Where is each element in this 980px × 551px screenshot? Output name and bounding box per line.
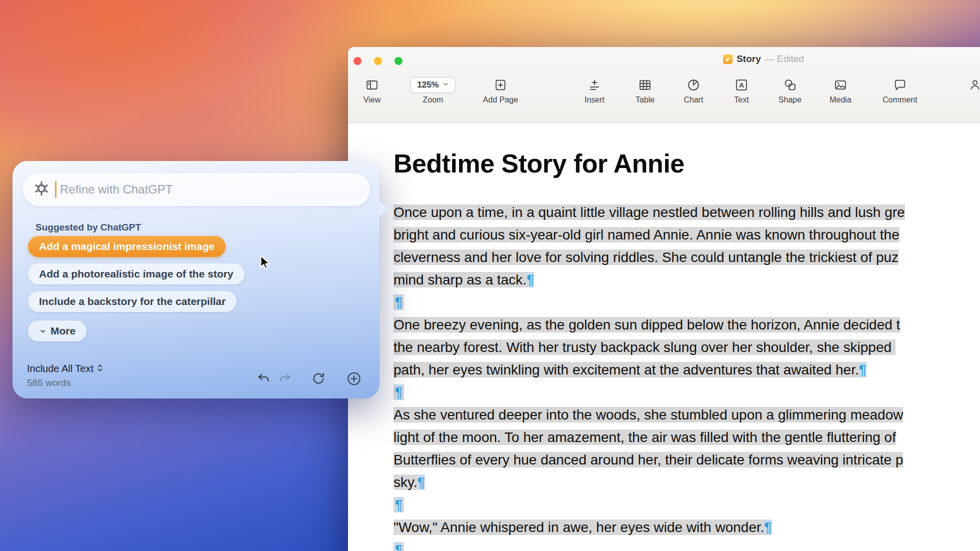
- toolbar-collaborate-partial[interactable]: [945, 77, 980, 93]
- selected-text: cleverness and her love for solving ridd…: [394, 250, 898, 265]
- toolbar-zoom[interactable]: 125% Zoom: [403, 77, 463, 104]
- text-line[interactable]: light of the moon. To her amazement, the…: [394, 426, 980, 448]
- suggestion-pill-3[interactable]: Include a backstory for the caterpillar: [28, 291, 236, 312]
- chevron-down-icon: [442, 80, 449, 90]
- text-line[interactable]: Butterflies of every hue danced around h…: [394, 448, 980, 471]
- desktop: { "colors":{ "accent_orange":"#F09A2D", …: [0, 0, 980, 551]
- view-icon: [365, 77, 379, 93]
- selected-text: Butterflies of every hue danced around h…: [394, 452, 903, 468]
- text-line[interactable]: cleverness and her love for solving ridd…: [394, 246, 980, 268]
- pilcrow-mark: ¶: [395, 542, 402, 551]
- text-line[interactable]: Once upon a time, in a quaint little vil…: [394, 201, 980, 224]
- selected-text: bright and curious six-year-old girl nam…: [394, 227, 900, 242]
- selected-text: mind sharp as a tack.¶: [394, 272, 534, 288]
- svg-text:A: A: [739, 82, 744, 89]
- word-count: 585 words: [27, 378, 104, 388]
- redo-button[interactable]: [277, 370, 293, 386]
- text-caret: [55, 181, 56, 198]
- suggestion-pill-1[interactable]: Add a magical impressionist image: [28, 236, 226, 257]
- pilcrow-mark: ¶: [395, 294, 402, 310]
- refine-input-placeholder: Refine with ChatGPT: [60, 182, 172, 196]
- text-line[interactable]: bright and curious six-year-old girl nam…: [394, 224, 980, 246]
- selected-text: As she ventured deeper into the woods, s…: [394, 407, 903, 422]
- table-icon: [638, 77, 652, 93]
- regenerate-button[interactable]: [310, 370, 326, 386]
- empty-line[interactable]: ¶: [394, 381, 980, 404]
- pilcrow-mark: ¶: [526, 272, 534, 288]
- toolbar-label: Comment: [882, 96, 917, 104]
- pilcrow-mark: ¶: [418, 474, 425, 490]
- toolbar-label: Media: [830, 96, 852, 104]
- close-button[interactable]: [354, 57, 362, 65]
- toolbar-add-page[interactable]: Add Page: [470, 77, 530, 104]
- toolbar-comment[interactable]: Comment: [870, 77, 930, 104]
- toolbar-label: Table: [636, 96, 654, 104]
- openai-logo-icon: [32, 180, 50, 200]
- selected-text: Once upon a time, in a quaint little vil…: [394, 204, 905, 220]
- text-line[interactable]: "Wow," Annie whispered in awe, her eyes …: [394, 516, 980, 538]
- text-icon: A: [734, 77, 748, 93]
- text-line[interactable]: path, her eyes twinkling with excitement…: [394, 358, 980, 381]
- zoom-window-button[interactable]: [394, 57, 402, 65]
- toolbar-label: Add Page: [483, 96, 518, 104]
- pages-window: Story — Edited View 125% Zoom Add Page I…: [348, 47, 980, 551]
- selected-text: "Wow," Annie whispered in awe, her eyes …: [394, 520, 772, 535]
- scope-label: Include All Text: [27, 363, 94, 374]
- minimize-button[interactable]: [374, 57, 382, 65]
- toolbar-label: View: [364, 96, 380, 104]
- selected-text: sky.¶: [394, 474, 425, 490]
- document-body[interactable]: Bedtime Story for Annie Once upon a time…: [348, 123, 980, 551]
- chart-icon: [686, 77, 700, 93]
- selected-text: One breezy evening, as the golden sun di…: [394, 317, 900, 332]
- mouse-cursor: [257, 254, 272, 270]
- add-button[interactable]: [346, 370, 362, 386]
- document-icon: [723, 54, 732, 64]
- empty-line[interactable]: ¶: [394, 291, 980, 314]
- collaborate-icon: [968, 77, 980, 93]
- document-edited-state: — Edited: [765, 54, 804, 64]
- selected-text: ¶: [394, 542, 404, 551]
- shape-icon: [783, 77, 797, 93]
- text-line[interactable]: the nearby forest. With her trusty backp…: [394, 336, 980, 358]
- add-page-icon: [494, 77, 508, 93]
- toolbar-label: Shape: [778, 96, 802, 104]
- refine-input[interactable]: Refine with ChatGPT: [23, 173, 370, 206]
- text-line[interactable]: As she ventured deeper into the woods, s…: [394, 404, 980, 426]
- text-line[interactable]: One breezy evening, as the golden sun di…: [394, 314, 980, 336]
- zoom-control[interactable]: 125%: [410, 77, 455, 93]
- comment-icon: [893, 77, 907, 93]
- zoom-value: 125%: [417, 80, 438, 90]
- text-line[interactable]: mind sharp as a tack.¶: [394, 268, 980, 291]
- media-icon: [834, 77, 848, 93]
- selected-text: path, her eyes twinkling with excitement…: [394, 362, 866, 378]
- scope-control[interactable]: Include All Text 585 words: [27, 363, 104, 388]
- toolbar-label: Insert: [584, 96, 604, 104]
- document-title: Story: [736, 54, 761, 64]
- suggestion-pill-2[interactable]: Add a photorealistic image of the story: [28, 264, 244, 284]
- toolbar-label: Chart: [684, 96, 703, 104]
- pilcrow-mark: ¶: [395, 384, 402, 400]
- toolbar-label: Zoom: [423, 96, 444, 104]
- toolbar-view[interactable]: View: [342, 77, 402, 104]
- empty-line[interactable]: ¶: [394, 494, 980, 516]
- window-chrome: Story — Edited View 125% Zoom Add Page I…: [348, 47, 980, 123]
- selected-text: ¶: [394, 384, 404, 400]
- pilcrow-mark: ¶: [395, 497, 402, 512]
- insert-icon: [588, 77, 602, 93]
- toolbar-media[interactable]: Media: [810, 77, 870, 104]
- chevron-down-icon: [39, 328, 46, 335]
- pilcrow-mark: ¶: [764, 520, 772, 535]
- window-title: Story — Edited: [723, 54, 804, 64]
- text-line[interactable]: sky.¶: [394, 471, 980, 494]
- pilcrow-mark: ¶: [859, 362, 866, 378]
- more-label: More: [50, 325, 76, 337]
- toolbar-label: Text: [734, 96, 748, 104]
- suggested-by-label: Suggested by ChatGPT: [36, 222, 141, 233]
- more-button[interactable]: More: [28, 320, 86, 342]
- selected-text: the nearby forest. With her trusty backp…: [394, 340, 896, 355]
- empty-line[interactable]: ¶: [394, 538, 980, 551]
- updown-chevrons-icon: [96, 363, 104, 374]
- undo-button[interactable]: [256, 370, 272, 386]
- document-text: Once upon a time, in a quaint little vil…: [394, 201, 980, 551]
- selected-text: light of the moon. To her amazement, the…: [394, 430, 896, 445]
